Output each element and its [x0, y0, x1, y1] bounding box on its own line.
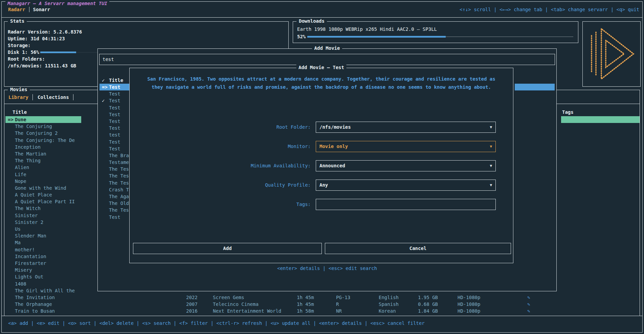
downloads-panel-title: Downloads: [296, 18, 327, 24]
movie-language: Spanish: [379, 301, 399, 308]
movie-list-item[interactable]: Nope: [5, 178, 81, 185]
result-title: The Test: [109, 173, 132, 179]
movie-quality-profile: HD-1080p: [458, 308, 480, 314]
movie-year: 2016: [186, 308, 198, 314]
result-title: Test: [109, 91, 120, 97]
movie-list-item[interactable]: The Conjuring: The De: [5, 137, 81, 144]
movie-studio: Telecinco Cinema: [213, 301, 259, 308]
movie-rating: PG-13: [336, 294, 350, 301]
movie-title: Inception: [15, 144, 41, 150]
chevron-down-icon: ▼: [490, 180, 492, 190]
movie-title: Misery: [15, 267, 32, 273]
movie-runtime: 1h 58m: [297, 308, 314, 314]
movie-list-item[interactable]: The Thing: [5, 157, 81, 164]
movie-list-item[interactable]: The Conjuring 2: [5, 130, 81, 137]
field-label: Tags:: [130, 199, 311, 210]
movie-list-item[interactable]: Misery: [5, 267, 81, 273]
search-input[interactable]: test: [99, 54, 555, 65]
root-folder-value: /nfs/movies: 11511.43 GB: [8, 62, 76, 69]
field-dropdown[interactable]: Announced ▼: [316, 160, 496, 171]
stats-panel-title: Stats: [8, 18, 27, 24]
movie-list-item[interactable]: A Quiet Place Part II: [5, 198, 81, 205]
result-title: Test: [109, 84, 120, 90]
movie-title: Alien: [15, 165, 29, 170]
disk-usage-label: Disk 1: 56%: [8, 49, 39, 56]
results-header: ✓Title: [99, 77, 123, 84]
movie-list-item[interactable]: Alien: [5, 164, 81, 171]
cancel-button[interactable]: Cancel: [325, 243, 511, 254]
result-title: The Test: [109, 166, 132, 172]
movie-list-item[interactable]: Incantation: [5, 253, 81, 260]
movie-overview-line1: San Francisco, 1985. Two opposites attra…: [136, 75, 506, 83]
add-movie-panel-title: Add Movie: [312, 45, 342, 51]
movie-list-item[interactable]: The Girl with All the: [5, 287, 81, 294]
selected-result-highlight: [515, 84, 555, 90]
field-dropdown[interactable]: [316, 199, 496, 210]
managarr-app: Managarr — A Servarr management TUI Rada…: [0, 0, 644, 334]
movie-title: Lights Out: [15, 274, 43, 279]
movie-list-item[interactable]: Firestarter: [5, 260, 81, 267]
title-column-header: Title: [13, 109, 27, 116]
result-title: Test: [109, 146, 120, 151]
movie-year: 2022: [186, 294, 198, 301]
add-movie-keybindings: <enter> details | <esc> edit search: [98, 266, 556, 271]
movie-studio: Screen Gems: [213, 294, 244, 301]
monitored-icon: ✎: [527, 301, 530, 308]
chevron-down-icon: ▼: [490, 141, 492, 152]
movie-table-row[interactable]: 2007 Telecinco Cinema 1h 45m R Spanish 0…: [4, 301, 639, 308]
servarr-tab[interactable]: Sonarr: [29, 7, 50, 12]
movie-list-item[interactable]: The Conjuring: [5, 123, 81, 130]
header-divider: [2, 17, 642, 18]
managarr-logo-icon: [585, 24, 638, 84]
field-dropdown[interactable]: Any ▼: [316, 180, 496, 191]
movie-table-row[interactable]: 2016 Next Entertainment World 1h 58m NR …: [4, 308, 639, 314]
movie-list-item[interactable]: mother!: [5, 246, 81, 253]
movie-runtime: 1h 45m: [297, 301, 314, 308]
app-title: Managarr — A Servarr management TUI: [5, 0, 109, 7]
movie-title: Sinister 2: [15, 220, 43, 225]
movie-list-item[interactable]: 1408: [5, 280, 81, 287]
movie-list-item[interactable]: Slender Man: [5, 232, 81, 239]
movie-title: Nope: [15, 179, 26, 184]
movie-size: 1.95 GB: [418, 294, 438, 301]
chevron-down-icon: ▼: [490, 161, 492, 171]
download-progress-gauge: [307, 33, 573, 40]
result-title: test: [109, 132, 120, 138]
result-title: The Old: [109, 201, 129, 206]
movie-list-item[interactable]: Gone with the Wind: [5, 185, 81, 191]
movie-list-item[interactable]: Life: [5, 171, 81, 178]
result-title: Test: [109, 139, 120, 145]
disk-usage-gauge: [40, 49, 105, 56]
add-button[interactable]: Add: [133, 243, 322, 254]
movie-studio: Next Entertainment World: [213, 308, 281, 314]
movie-list-item[interactable]: The Witch: [5, 205, 81, 212]
movie-title: The Conjuring: [15, 124, 52, 129]
movies-tab[interactable]: Library: [8, 94, 33, 100]
result-title: Test: [109, 214, 120, 220]
movies-tab[interactable]: Collections: [37, 94, 73, 100]
movie-list-item[interactable]: =>Dune: [5, 116, 81, 123]
movie-table-row[interactable]: 2022 Screen Gems 1h 45m PG-13 English 1.…: [4, 294, 639, 301]
servarr-tab[interactable]: Radarr: [8, 7, 25, 12]
movie-list-item[interactable]: Sinister 2: [5, 219, 81, 226]
field-value: /nfs/movies: [319, 122, 351, 132]
movie-title: A Quiet Place Part II: [15, 199, 75, 204]
movie-size: 1.84 GB: [418, 308, 438, 314]
field-dropdown[interactable]: /nfs/movies ▼: [316, 122, 496, 133]
movie-list-item[interactable]: Sinister: [5, 212, 81, 219]
row-marker: =>: [99, 84, 109, 90]
movie-language: English: [379, 294, 399, 301]
result-title: Crash Te: [109, 187, 132, 192]
field-value: Announced: [319, 161, 345, 171]
movie-list-item[interactable]: Lights Out: [5, 273, 81, 280]
movie-list-item[interactable]: Inception: [5, 144, 81, 150]
field-label: Monitor:: [130, 141, 311, 152]
row-marker: ✓: [99, 97, 109, 104]
movie-list-item[interactable]: A Quiet Place: [5, 191, 81, 198]
movie-list-item[interactable]: Ma: [5, 239, 81, 246]
field-dropdown[interactable]: Movie only ▼: [316, 141, 496, 152]
movie-list-item[interactable]: The Martian: [5, 150, 81, 157]
movie-table-rows: 2022 Screen Gems 1h 45m PG-13 English 1.…: [4, 294, 639, 315]
movie-list-item[interactable]: Us: [5, 226, 81, 232]
root-folders-heading: Root Folders:: [8, 56, 45, 62]
